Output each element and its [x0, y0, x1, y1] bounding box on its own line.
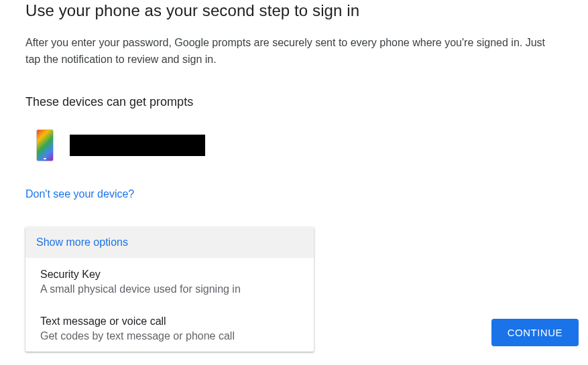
page-title: Use your phone as your second step to si… [25, 1, 563, 20]
device-name [70, 135, 205, 156]
phone-icon [36, 129, 54, 161]
more-options-card: Show more options Security Key A small p… [25, 227, 314, 352]
option-desc: A small physical device used for signing… [40, 283, 299, 295]
show-more-options-toggle[interactable]: Show more options [25, 227, 314, 258]
option-security-key[interactable]: Security Key A small physical device use… [25, 258, 314, 305]
device-row [25, 129, 563, 161]
dont-see-device-link[interactable]: Don't see your device? [25, 188, 134, 200]
option-title: Text message or voice call [40, 315, 299, 327]
continue-button[interactable]: CONTINUE [491, 319, 579, 346]
option-desc: Get codes by text message or phone call [40, 330, 299, 342]
page-description: After you enter your password, Google pr… [25, 35, 563, 68]
devices-heading: These devices can get prompts [25, 95, 563, 109]
option-title: Security Key [40, 269, 299, 281]
option-text-voice[interactable]: Text message or voice call Get codes by … [25, 305, 314, 352]
